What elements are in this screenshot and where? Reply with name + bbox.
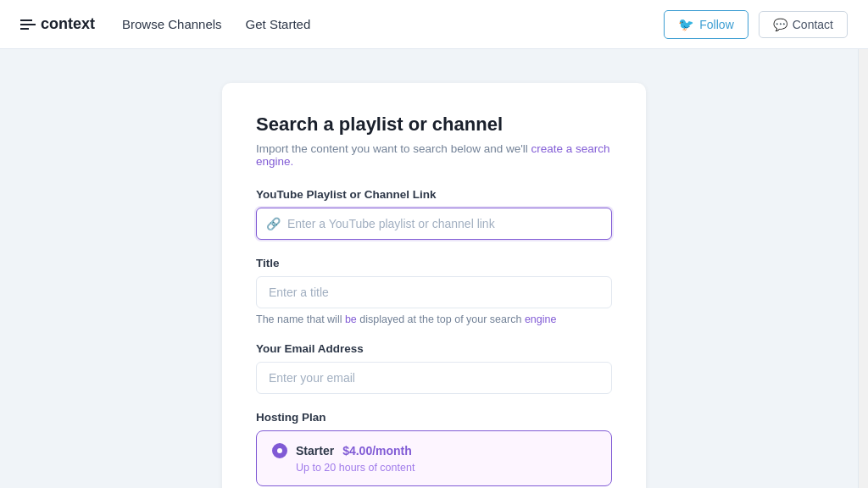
email-input[interactable] (256, 362, 612, 394)
navbar: context Browse Channels Get Started 🐦 Fo… (0, 0, 868, 49)
youtube-group: YouTube Playlist or Channel Link 🔗 (256, 188, 612, 240)
comment-icon: 💬 (773, 18, 787, 31)
card-subtitle: Import the content you want to search be… (256, 142, 612, 168)
logo-icon (20, 19, 36, 30)
hosting-group: Hosting Plan Starter $4.00/month Up to 2… (256, 411, 612, 488)
follow-label: Follow (699, 18, 733, 31)
title-label: Title (256, 257, 612, 269)
email-label: Your Email Address (256, 342, 612, 355)
youtube-input[interactable] (256, 208, 612, 240)
plan-starter-name: Starter (296, 444, 334, 458)
youtube-input-wrapper: 🔗 (256, 208, 612, 240)
logo-text: context (41, 15, 95, 33)
twitter-icon: 🐦 (678, 17, 694, 32)
nav-right: 🐦 Follow 💬 Contact (664, 10, 848, 39)
youtube-label: YouTube Playlist or Channel Link (256, 188, 612, 201)
plan-starter[interactable]: Starter $4.00/month Up to 20 hours of co… (256, 430, 612, 486)
plan-starter-price: $4.00/month (342, 444, 412, 458)
contact-label: Contact (793, 18, 833, 31)
nav-links: Browse Channels Get Started (122, 17, 664, 31)
scrollbar[interactable] (858, 0, 868, 488)
logo[interactable]: context (20, 15, 95, 33)
title-input[interactable] (256, 276, 612, 308)
nav-browse-channels[interactable]: Browse Channels (122, 17, 222, 31)
email-group: Your Email Address (256, 342, 612, 394)
plan-starter-header: Starter $4.00/month (272, 443, 596, 458)
hosting-label: Hosting Plan (256, 411, 612, 424)
title-group: Title The name that will be displayed at… (256, 257, 612, 325)
search-card: Search a playlist or channel Import the … (222, 83, 646, 488)
contact-button[interactable]: 💬 Contact (759, 11, 848, 38)
card-title: Search a playlist or channel (256, 114, 612, 136)
nav-get-started[interactable]: Get Started (246, 17, 311, 31)
main-content: Search a playlist or channel Import the … (0, 49, 868, 488)
title-hint-link2: engine (525, 313, 557, 325)
follow-button[interactable]: 🐦 Follow (664, 10, 748, 39)
link-icon: 🔗 (266, 217, 281, 230)
plan-starter-desc: Up to 20 hours of content (296, 462, 596, 474)
plan-starter-radio (272, 443, 287, 458)
title-hint: The name that will be displayed at the t… (256, 313, 612, 325)
subtitle-text: Import the content you want to search be… (256, 142, 528, 155)
title-hint-link1: be (345, 313, 357, 325)
